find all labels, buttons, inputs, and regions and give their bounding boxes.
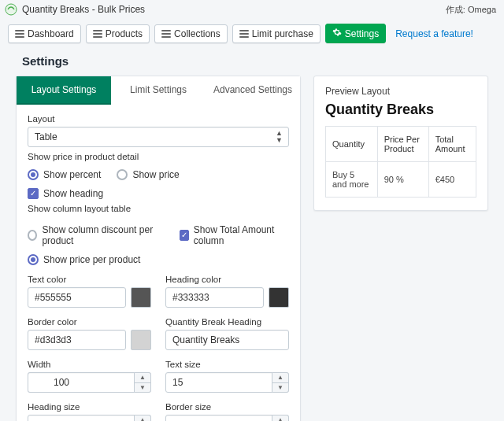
radio-icon [28,169,39,180]
text-size-label: Text size [165,360,289,369]
show-percent-label: Show percent [43,169,101,180]
tab-limit-settings[interactable]: Limit Settings [111,76,206,105]
preview-heading: Quantity Breaks [325,102,476,118]
width-label: Width [28,360,151,369]
nav-settings[interactable]: Settings [325,24,386,43]
show-price-radio[interactable]: Show price [117,169,179,180]
list-icon [239,30,249,38]
radio-icon [28,254,39,265]
checkbox-icon: ✓ [28,188,39,199]
nav-limit-purchase[interactable]: Limit purchase [232,24,321,43]
radio-icon [117,169,128,180]
preview-table: Quantity Price Per Product Total Amount … [325,126,476,198]
show-percent-radio[interactable]: Show percent [28,169,101,180]
layout-label: Layout [28,114,289,124]
border-color-input[interactable] [28,330,126,350]
total-amount-checkbox[interactable]: ✓ Show Total Amount column [180,224,289,246]
text-color-swatch[interactable] [131,287,151,308]
app-title: Quantity Breaks - Bulk Prices [22,4,145,15]
nav-collections-label: Collections [174,28,220,39]
tab-advanced-settings[interactable]: Advanced Settings [206,76,300,105]
border-size-input[interactable] [165,415,289,421]
chevron-up-icon[interactable]: ▲ [272,373,288,383]
list-icon [15,30,24,38]
nav-settings-label: Settings [345,28,379,39]
preview-title: Preview Layout [325,86,476,97]
total-col-label: Show Total Amount column [194,224,289,246]
chevron-down-icon[interactable]: ▼ [272,383,288,393]
app-logo-icon [5,3,17,16]
heading-size-stepper[interactable]: ▲▼ [134,415,151,421]
tab-layout-settings[interactable]: Layout Settings [17,76,111,105]
heading-size-input[interactable] [28,415,151,421]
preview-col-price-per-product: Price Per Product [377,127,428,162]
border-color-label: Border color [28,317,151,327]
width-input[interactable] [28,372,151,393]
heading-size-label: Heading size [28,402,151,412]
preview-cell-total: €450 [428,162,476,198]
checkbox-icon: ✓ [180,230,189,241]
discount-per-product-radio[interactable]: Show column discount per product [28,224,164,246]
nav-dashboard[interactable]: Dashboard [8,24,81,43]
list-icon [93,30,102,38]
width-stepper[interactable]: ▲▼ [134,372,151,393]
show-heading-checkbox[interactable]: ✓ Show heading [28,188,289,199]
heading-color-input[interactable] [165,287,264,308]
nav-dashboard-label: Dashboard [28,28,74,39]
qb-heading-label: Quantity Break Heading [165,317,289,327]
text-color-label: Text color [28,275,151,284]
heading-color-swatch[interactable] [269,287,289,308]
preview-cell-quantity: Buy 5 and more [326,162,378,198]
show-heading-label: Show heading [43,188,103,199]
chevron-down-icon[interactable]: ▼ [135,383,150,393]
nav-limit-label: Limit purchase [252,28,313,39]
gear-icon [332,28,342,39]
discount-col-label: Show column discount per product [42,224,163,246]
border-color-swatch[interactable] [131,330,151,350]
text-size-stepper[interactable]: ▲▼ [272,372,289,393]
nav-collections[interactable]: Collections [154,24,228,43]
price-per-label: Show price per product [43,254,140,265]
qb-heading-input[interactable] [165,330,289,350]
border-size-stepper[interactable]: ▲▼ [272,415,289,421]
nav-products[interactable]: Products [86,24,150,43]
list-icon [161,30,171,38]
text-color-input[interactable] [28,287,126,308]
chevron-up-icon[interactable]: ▲ [135,373,150,383]
heading-color-label: Heading color [165,275,289,284]
price-per-product-radio[interactable]: Show price per product [28,254,289,265]
chevron-up-icon[interactable]: ▲ [272,415,288,421]
radio-icon [28,230,37,241]
layout-select[interactable]: Table [28,127,289,147]
table-row: Buy 5 and more 90 % €450 [326,162,476,198]
price-detail-note: Show price in product detail [28,152,289,161]
request-feature-link[interactable]: Request a feature! [391,28,473,39]
app-author: 作成: Omega [446,4,496,16]
text-size-input[interactable] [165,372,289,393]
preview-col-total-amount: Total Amount [428,127,476,162]
border-size-label: Border size [165,402,289,412]
preview-col-quantity: Quantity [326,127,378,162]
show-price-label: Show price [132,169,179,180]
svg-point-0 [6,4,17,15]
page-title: Settings [16,54,488,68]
preview-cell-ppp: 90 % [377,162,428,198]
chevron-up-icon[interactable]: ▲ [135,415,150,421]
column-layout-note: Show column layout table [28,204,289,213]
nav-products-label: Products [106,28,143,39]
